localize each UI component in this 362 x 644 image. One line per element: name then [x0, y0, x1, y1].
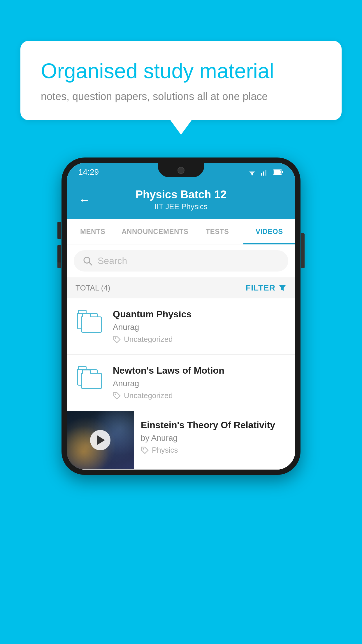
filter-label: FILTER	[246, 283, 275, 293]
search-container: Search	[67, 244, 295, 277]
phone-screen: 14:29	[67, 163, 295, 470]
phone-frame: 14:29	[61, 158, 301, 475]
promo-title: Organised study material	[41, 58, 321, 83]
item-tag: Uncategorized	[124, 335, 173, 344]
item-tag-row: Physics	[141, 446, 288, 455]
folder-icon	[77, 366, 103, 389]
power-button	[301, 233, 305, 262]
promo-subtitle: notes, question papers, solutions all at…	[41, 90, 321, 103]
filter-icon	[278, 284, 287, 292]
header-title: Physics Batch 12	[99, 188, 263, 201]
item-thumbnail	[75, 309, 105, 333]
tab-announcements[interactable]: ANNOUNCEMENTS	[119, 219, 191, 244]
svg-rect-8	[282, 171, 283, 173]
wifi-icon	[247, 169, 257, 176]
svg-rect-4	[261, 173, 262, 176]
item-author: by Anurag	[141, 433, 288, 443]
signal-icon	[261, 169, 269, 176]
svg-rect-5	[263, 172, 264, 176]
svg-point-15	[143, 448, 144, 449]
item-tag-row: Uncategorized	[113, 335, 287, 344]
svg-line-11	[89, 262, 92, 265]
tab-tests[interactable]: TESTS	[191, 219, 243, 244]
svg-point-13	[115, 337, 116, 339]
item-info: Quantum Physics Anurag Uncategorized	[113, 309, 287, 344]
item-author: Anurag	[113, 323, 287, 332]
video-list: Quantum Physics Anurag Uncategorized	[67, 298, 295, 470]
svg-rect-6	[265, 170, 266, 176]
tab-ments[interactable]: MENTS	[67, 219, 119, 244]
svg-point-3	[252, 174, 253, 176]
filter-button[interactable]: FILTER	[246, 283, 287, 293]
status-time: 14:29	[78, 167, 99, 177]
notch	[158, 163, 204, 177]
battery-icon	[273, 169, 284, 175]
item-tag-row: Uncategorized	[113, 391, 287, 400]
play-icon	[97, 435, 105, 445]
header-title-group: Physics Batch 12 IIT JEE Physics	[99, 188, 263, 211]
item-author: Anurag	[113, 379, 287, 388]
folder-icon	[77, 310, 103, 333]
volume-up-button	[57, 222, 61, 239]
svg-point-14	[115, 393, 116, 395]
search-placeholder: Search	[98, 256, 127, 266]
svg-marker-12	[279, 285, 286, 291]
svg-rect-9	[274, 170, 281, 174]
item-thumbnail	[75, 365, 105, 389]
item-title: Einstein's Theory Of Relativity	[141, 420, 288, 430]
header-subtitle: IIT JEE Physics	[99, 202, 263, 211]
search-box[interactable]: Search	[74, 250, 288, 272]
tag-icon	[141, 446, 149, 454]
tab-videos[interactable]: VIDEOS	[243, 219, 295, 244]
filter-row: TOTAL (4) FILTER	[67, 277, 295, 298]
total-count: TOTAL (4)	[75, 284, 110, 293]
app-header: ← Physics Batch 12 IIT JEE Physics	[67, 181, 295, 219]
item-info: Newton's Laws of Motion Anurag Uncategor…	[113, 365, 287, 400]
phone-device: 14:29	[61, 158, 301, 475]
item-tag: Physics	[152, 446, 178, 455]
tag-icon	[113, 392, 121, 400]
list-item[interactable]: Quantum Physics Anurag Uncategorized	[67, 298, 295, 355]
play-button[interactable]	[90, 430, 110, 450]
item-info: Einstein's Theory Of Relativity by Anura…	[134, 411, 295, 463]
status-icons	[247, 169, 284, 176]
item-thumbnail	[67, 411, 134, 469]
back-button[interactable]: ←	[78, 193, 90, 206]
speech-bubble: Organised study material notes, question…	[20, 41, 342, 120]
volume-down-button	[57, 245, 61, 262]
camera	[178, 167, 184, 174]
list-item[interactable]: Newton's Laws of Motion Anurag Uncategor…	[67, 355, 295, 411]
tag-icon	[113, 335, 121, 344]
list-item[interactable]: Einstein's Theory Of Relativity by Anura…	[67, 411, 295, 470]
tabs-bar: MENTS ANNOUNCEMENTS TESTS VIDEOS	[67, 219, 295, 244]
status-bar: 14:29	[67, 163, 295, 181]
promo-section: Organised study material notes, question…	[20, 41, 342, 120]
item-tag: Uncategorized	[124, 391, 173, 400]
item-title: Newton's Laws of Motion	[113, 365, 287, 376]
item-title: Quantum Physics	[113, 309, 287, 320]
search-icon	[82, 256, 93, 266]
